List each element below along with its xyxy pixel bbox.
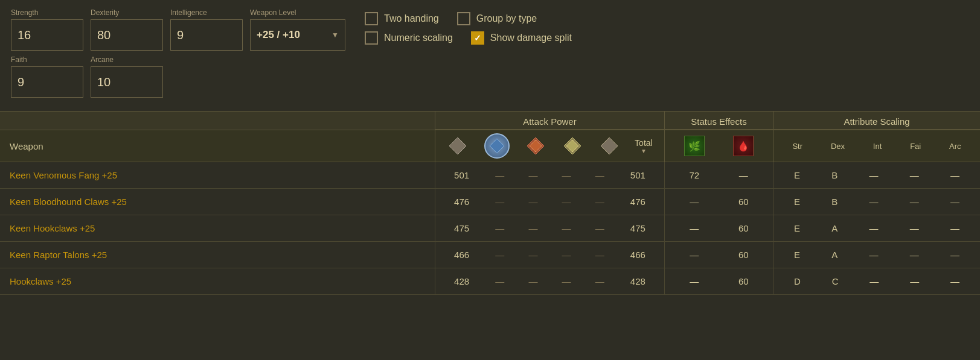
- total-value: 428: [624, 276, 651, 286]
- attack-power-cell: 501 — — — — 501: [435, 162, 664, 188]
- two-handing-label: Two handing: [384, 13, 439, 24]
- magic-value: —: [492, 250, 508, 260]
- str-scaling: E: [794, 250, 800, 260]
- lightning-value: —: [558, 197, 575, 207]
- phys-value: 476: [449, 197, 475, 207]
- scaling-int-header: Int: [873, 142, 882, 151]
- weapon-name-cell[interactable]: Keen Venomous Fang +25: [0, 162, 435, 188]
- weapon-name-cell[interactable]: Keen Hookclaws +25: [0, 215, 435, 241]
- dexterity-group: Dexterity 80: [91, 8, 163, 51]
- fai-scaling: —: [910, 250, 919, 260]
- magic-value: —: [492, 197, 508, 207]
- status2-value: 60: [730, 197, 757, 207]
- weapon-column-spacer: [0, 112, 435, 130]
- numeric-scaling-checkbox-box[interactable]: [365, 31, 378, 45]
- magic-value: —: [492, 223, 508, 233]
- status-effects-column-group: Status Effects: [664, 112, 773, 130]
- numeric-scaling-checkbox[interactable]: Numeric scaling: [365, 31, 453, 45]
- dex-scaling: A: [831, 250, 837, 260]
- faith-input-box[interactable]: 9: [11, 66, 83, 98]
- status1-value: —: [681, 276, 708, 286]
- attack-power-header: Attack Power: [435, 112, 664, 130]
- dexterity-input[interactable]: 80: [97, 28, 156, 42]
- svg-marker-1: [490, 139, 504, 153]
- table-body: Keen Venomous Fang +25 501 — — — — 501 7…: [0, 162, 980, 295]
- faith-label: Faith: [11, 55, 83, 64]
- attack-power-cell: 428 — — — — 428: [435, 268, 664, 294]
- phys-value: 501: [449, 170, 475, 180]
- total-value: 501: [624, 170, 651, 180]
- show-damage-split-checkbox-box[interactable]: [471, 31, 484, 45]
- intelligence-group: Intelligence 9: [170, 8, 243, 51]
- stat-row-2: Faith 9 Arcane 10: [11, 55, 572, 98]
- magic-value: —: [492, 276, 508, 286]
- intelligence-input-box[interactable]: 9: [170, 19, 243, 51]
- status-icon-2: 🩸: [733, 136, 754, 156]
- status2-value: —: [730, 170, 757, 180]
- attribute-scaling-header: Attribute Scaling: [773, 112, 980, 130]
- attack-power-cell: 466 — — — — 466: [435, 242, 664, 268]
- arc-scaling: —: [950, 276, 959, 286]
- table-row: Keen Hookclaws +25 475 — — — — 475 — 60 …: [0, 215, 980, 242]
- weapon-name-cell[interactable]: Keen Bloodhound Claws +25: [0, 189, 435, 215]
- phys-damage-icon: [447, 135, 469, 157]
- numeric-scaling-label: Numeric scaling: [384, 33, 453, 43]
- checkbox-row-1: Two handing Group by type: [365, 12, 572, 25]
- strength-input-box[interactable]: 16: [11, 19, 83, 51]
- table-row: Keen Bloodhound Claws +25 476 — — — — 47…: [0, 189, 980, 215]
- weapon-level-select[interactable]: +25 / +10 ▼: [250, 19, 345, 51]
- status-effects-cell: — 60: [664, 215, 773, 241]
- holy-value: —: [591, 197, 608, 207]
- fire-damage-icon: [525, 135, 546, 157]
- total-header[interactable]: Total ▼: [635, 138, 653, 154]
- holy-value: —: [591, 170, 608, 180]
- dexterity-input-box[interactable]: 80: [91, 19, 163, 51]
- fai-scaling: —: [910, 223, 919, 233]
- fai-scaling: —: [910, 197, 919, 207]
- attribute-scaling-cell: E A — — —: [773, 242, 980, 268]
- arc-scaling: —: [950, 170, 959, 180]
- magic-damage-icon: [484, 133, 510, 159]
- arcane-input[interactable]: 10: [97, 75, 156, 89]
- lightning-value: —: [558, 250, 575, 260]
- attack-power-column-group: Attack Power: [435, 112, 664, 130]
- scaling-sub-headers: Str Dex Int Fai Arc: [773, 130, 980, 162]
- group-by-type-checkbox[interactable]: Group by type: [457, 12, 537, 25]
- two-handing-checkbox-box[interactable]: [365, 12, 378, 25]
- weapon-name-cell[interactable]: Keen Raptor Talons +25: [0, 242, 435, 268]
- stat-row-1: Strength 16 Dexterity 80 Intelligence 9: [11, 8, 572, 51]
- attack-power-cell: 475 — — — — 475: [435, 215, 664, 241]
- int-scaling: —: [870, 276, 879, 286]
- show-damage-split-checkbox[interactable]: Show damage split: [471, 31, 572, 45]
- strength-input[interactable]: 16: [18, 28, 77, 42]
- total-value: 466: [624, 250, 651, 260]
- status2-value: 60: [730, 276, 757, 286]
- fire-value: —: [525, 250, 542, 260]
- faith-group: Faith 9: [11, 55, 83, 98]
- status-effects-cell: 72 —: [664, 162, 773, 188]
- weapon-name-cell[interactable]: Hookclaws +25: [0, 268, 435, 294]
- arc-scaling: —: [950, 250, 959, 260]
- arcane-input-box[interactable]: 10: [91, 66, 163, 98]
- two-handing-checkbox[interactable]: Two handing: [365, 12, 439, 25]
- status-icon-1: 🌿: [684, 136, 705, 156]
- dex-scaling: B: [831, 197, 837, 207]
- total-value: 475: [624, 223, 651, 233]
- arc-scaling: —: [950, 223, 959, 233]
- strength-label: Strength: [11, 8, 83, 17]
- fire-value: —: [525, 170, 542, 180]
- intelligence-input[interactable]: 9: [177, 28, 236, 42]
- weapon-level-group: Weapon Level +25 / +10 ▼: [250, 8, 345, 51]
- group-by-type-checkbox-box[interactable]: [457, 12, 470, 25]
- weapon-level-value: +25 / +10: [257, 29, 300, 41]
- magic-value: —: [492, 170, 508, 180]
- status2-value: 60: [730, 250, 757, 260]
- holy-damage-icon: [598, 135, 620, 157]
- faith-input[interactable]: 9: [18, 75, 77, 89]
- weapon-sub-header: Weapon: [0, 130, 435, 162]
- str-scaling: E: [794, 170, 800, 180]
- fire-value: —: [525, 223, 542, 233]
- arc-scaling: —: [950, 197, 959, 207]
- int-scaling: —: [870, 170, 879, 180]
- arcane-group: Arcane 10: [91, 55, 163, 98]
